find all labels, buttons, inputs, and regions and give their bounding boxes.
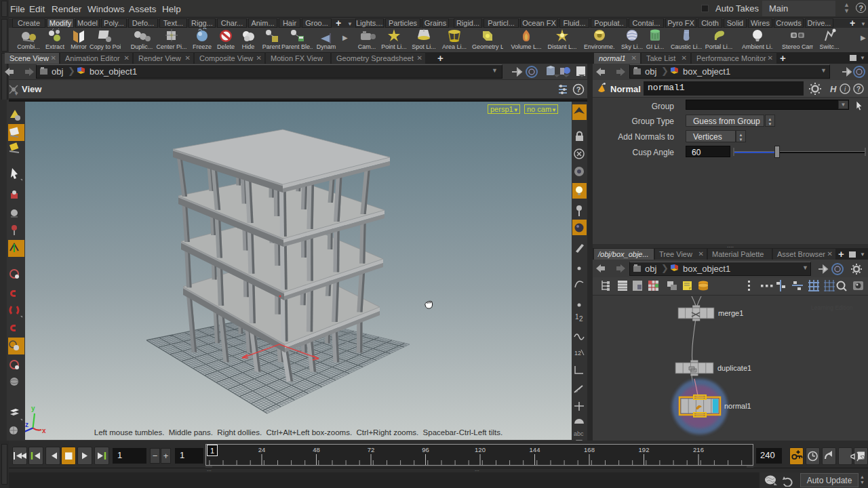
svg-text:H: H [830, 84, 837, 94]
svg-text:merge1: merge1 [718, 309, 743, 317]
svg-text:?: ? [856, 85, 861, 93]
svg-text:120: 120 [475, 446, 486, 453]
svg-text:192: 192 [639, 446, 650, 453]
svg-text:?: ? [576, 85, 581, 94]
svg-text:12: 12 [574, 350, 581, 357]
svg-text:y: y [31, 405, 35, 412]
svg-text:2: 2 [579, 315, 583, 323]
svg-text:normal1: normal1 [724, 402, 751, 410]
svg-text:168: 168 [584, 446, 595, 453]
svg-text:72: 72 [368, 446, 375, 453]
svg-text:duplicate1: duplicate1 [717, 364, 751, 372]
svg-text:24: 24 [258, 446, 266, 453]
svg-text:Learning Edition: Learning Edition [811, 304, 853, 311]
svg-text:48: 48 [313, 446, 320, 453]
svg-text:96: 96 [422, 446, 429, 453]
svg-text:abc: abc [574, 430, 584, 437]
svg-text:216: 216 [693, 446, 704, 453]
svg-text:144: 144 [530, 446, 540, 453]
svg-text:z: z [25, 421, 28, 428]
svg-text:i: i [844, 85, 846, 93]
